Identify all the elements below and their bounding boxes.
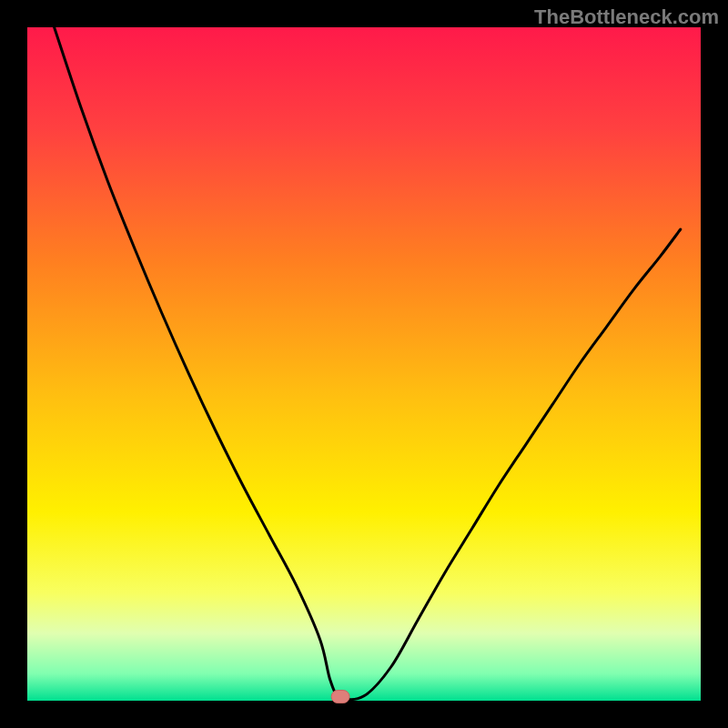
bottleneck-chart [0,0,728,728]
chart-frame [701,27,728,701]
optimal-point-marker [331,691,349,703]
chart-frame [0,27,27,701]
gradient-background [27,27,701,701]
watermark-text: TheBottleneck.com [534,5,719,29]
chart-container: TheBottleneck.com [0,0,728,728]
chart-frame [0,701,728,728]
